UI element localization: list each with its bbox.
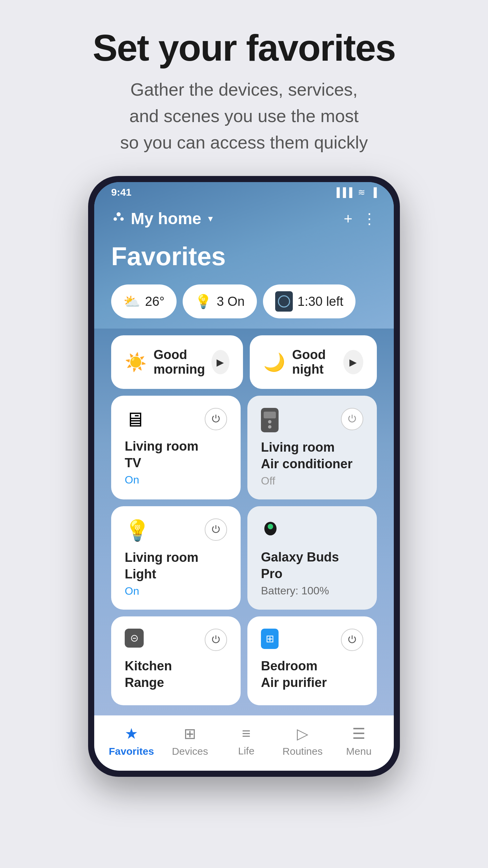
light-name: Living roomLight — [125, 549, 227, 583]
devices-nav-label: Devices — [172, 746, 208, 757]
nav-menu[interactable]: ☰ Menu — [339, 725, 379, 757]
favorites-heading: Favorites — [94, 231, 394, 284]
page-header: Set your favorites Gather the devices, s… — [93, 27, 395, 156]
routines-nav-label: Routines — [283, 746, 323, 757]
buds-icon — [261, 518, 280, 542]
range-name: KitchenRange — [125, 658, 227, 691]
scroll-area: ☀️ Good morning ▶ 🌙 Good night ▶ — [94, 329, 394, 715]
time: 9:41 — [111, 186, 131, 198]
night-play-button[interactable]: ▶ — [343, 350, 363, 374]
signal-icon: ▐▐▐ — [333, 187, 352, 198]
purifier-name: BedroomAir purifier — [261, 658, 363, 691]
morning-play-button[interactable]: ▶ — [211, 350, 229, 374]
status-bar: 9:41 ▐▐▐ ≋ ▐ — [94, 182, 394, 202]
tv-status: On — [125, 474, 227, 486]
menu-nav-icon: ☰ — [352, 725, 365, 742]
morning-icon: ☀️ — [125, 352, 147, 373]
quick-chips: ⛅ 26° 💡 3 On 1:30 left — [94, 284, 394, 329]
buds-status: Battery: 100% — [261, 585, 363, 597]
weather-icon: ⛅ — [123, 294, 140, 310]
range-power-button[interactable] — [205, 629, 227, 651]
night-label: Good night — [292, 348, 343, 377]
home-label[interactable]: My home ▾ — [111, 209, 213, 228]
tv-name: Living roomTV — [125, 438, 227, 472]
tv-power-button[interactable] — [205, 408, 227, 430]
light-power-button[interactable] — [205, 518, 227, 541]
washer-chip[interactable]: 1:30 left — [263, 284, 355, 318]
life-nav-label: Life — [238, 745, 254, 757]
wifi-icon: ≋ — [358, 187, 365, 198]
lights-chip[interactable]: 💡 3 On — [183, 284, 257, 318]
svg-point-0 — [117, 212, 121, 216]
svg-point-2 — [120, 217, 124, 221]
nav-favorites[interactable]: ★ Favorites — [109, 725, 154, 757]
more-button[interactable]: ⋮ — [362, 210, 377, 227]
svg-point-1 — [114, 217, 117, 221]
ac-icon — [261, 408, 279, 432]
dropdown-arrow-icon: ▾ — [208, 213, 213, 224]
add-button[interactable]: + — [344, 210, 352, 227]
phone-frame: 9:41 ▐▐▐ ≋ ▐ My ho — [88, 176, 400, 777]
bulb-icon: 💡 — [195, 294, 212, 310]
buds-name: Galaxy Buds Pro — [261, 549, 363, 583]
device-card-light[interactable]: 💡 Living roomLight On — [111, 506, 241, 610]
top-bar: My home ▾ + ⋮ — [94, 202, 394, 231]
home-name: My home — [131, 209, 201, 228]
ac-power-button[interactable] — [341, 408, 363, 430]
nav-devices[interactable]: ⊞ Devices — [170, 725, 210, 757]
device-card-tv[interactable]: 🖥 Living roomTV On — [111, 396, 241, 499]
weather-temp: 26° — [145, 294, 164, 309]
washer-icon — [275, 291, 293, 312]
top-actions: + ⋮ — [344, 210, 377, 227]
ac-name: Living roomAir conditioner — [261, 439, 363, 473]
phone-screen: 9:41 ▐▐▐ ≋ ▐ My ho — [94, 182, 394, 771]
purifier-icon: ⊞ — [261, 629, 279, 649]
good-morning-scene[interactable]: ☀️ Good morning ▶ — [111, 335, 243, 389]
nav-life[interactable]: ≡ Life — [226, 725, 267, 757]
tv-icon: 🖥 — [125, 408, 145, 431]
device-card-ac[interactable]: Living roomAir conditioner Off — [247, 396, 377, 499]
favorites-nav-icon: ★ — [125, 725, 138, 742]
home-settings-icon — [111, 210, 126, 228]
washer-time: 1:30 left — [298, 294, 343, 309]
nav-routines[interactable]: ▷ Routines — [282, 725, 323, 757]
device-card-range[interactable]: ⊝ KitchenRange — [111, 616, 241, 706]
svg-point-4 — [268, 524, 273, 529]
device-card-buds[interactable]: Galaxy Buds Pro Battery: 100% — [247, 506, 377, 610]
scene-row: ☀️ Good morning ▶ 🌙 Good night ▶ — [111, 335, 377, 389]
light-icon: 💡 — [125, 518, 150, 542]
devices-nav-icon: ⊞ — [184, 725, 196, 742]
favorites-nav-label: Favorites — [109, 746, 154, 757]
night-icon: 🌙 — [263, 352, 285, 373]
battery-icon: ▐ — [371, 187, 377, 198]
routines-nav-icon: ▷ — [297, 725, 308, 742]
light-status: On — [125, 585, 227, 597]
ac-status: Off — [261, 475, 363, 487]
life-nav-icon: ≡ — [242, 725, 251, 742]
main-title: Set your favorites — [93, 27, 395, 68]
morning-label: Good morning — [154, 348, 211, 377]
menu-nav-label: Menu — [346, 746, 371, 757]
weather-chip[interactable]: ⛅ 26° — [111, 284, 177, 318]
device-card-purifier[interactable]: ⊞ BedroomAir purifier — [247, 616, 377, 706]
purifier-power-button[interactable] — [341, 629, 363, 651]
range-icon: ⊝ — [125, 629, 144, 648]
good-night-scene[interactable]: 🌙 Good night ▶ — [250, 335, 377, 389]
bottom-nav: ★ Favorites ⊞ Devices ≡ Life ▷ Routines … — [94, 715, 394, 771]
device-grid: 🖥 Living roomTV On — [111, 396, 377, 705]
sub-title: Gather the devices, services, and scenes… — [93, 76, 395, 156]
lights-count: 3 On — [217, 294, 244, 309]
